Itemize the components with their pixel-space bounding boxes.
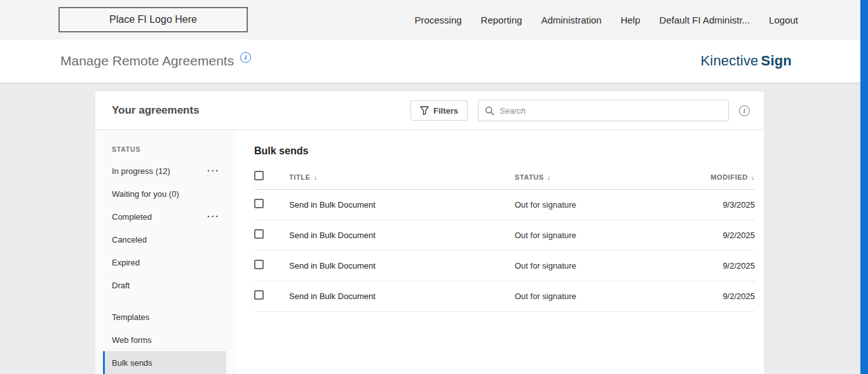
column-header-title[interactable]: TITLE ↓ <box>289 173 515 181</box>
sidebar-item-label: Waiting for you (0) <box>112 189 179 199</box>
brand-logo: KinectiveSign <box>700 53 792 69</box>
filter-funnel-icon <box>420 106 429 115</box>
panel-header: Your agreements Filters <box>95 91 764 130</box>
row-title[interactable]: Send in Bulk Document <box>289 291 515 301</box>
sort-down-icon[interactable]: ↓ <box>547 173 551 181</box>
row-checkbox[interactable] <box>254 199 264 208</box>
row-modified: 9/2/2025 <box>698 261 755 270</box>
sidebar-item-label: In progress (12) <box>112 166 170 176</box>
table-row[interactable]: Send in Bulk Document Out for signature … <box>254 251 755 281</box>
top-nav-item[interactable]: Administration <box>541 15 602 25</box>
page-header: Manage Remote Agreements i KinectiveSign <box>0 39 868 83</box>
row-status: Out for signature <box>515 200 698 210</box>
agreements-panel: Your agreements Filters <box>95 91 764 374</box>
top-nav-item[interactable]: Logout <box>769 15 798 25</box>
row-modified: 9/2/2025 <box>698 291 755 301</box>
sidebar-item-label: Bulk sends <box>112 358 153 368</box>
sidebar-item-label: Templates <box>112 312 149 322</box>
column-header-modified[interactable]: MODIFIED ↓ <box>698 173 755 181</box>
row-checkbox-cell <box>254 290 289 302</box>
brand-product: Sign <box>761 53 792 69</box>
sidebar-item-label: Canceled <box>112 235 147 244</box>
page-title-group: Manage Remote Agreements i <box>60 53 251 69</box>
row-title[interactable]: Send in Bulk Document <box>289 261 515 270</box>
info-icon[interactable]: i <box>240 52 251 63</box>
sidebar-status-item[interactable]: Expired <box>95 251 235 274</box>
row-title[interactable]: Send in Bulk Document <box>289 230 515 240</box>
top-nav-item[interactable]: Reporting <box>481 15 522 25</box>
agreements-sidebar: STATUS In progress (12) ··· Waiting for … <box>95 130 235 374</box>
top-nav-item[interactable]: Processing <box>414 15 461 25</box>
row-modified: 9/3/2025 <box>698 200 755 210</box>
row-checkbox-cell <box>254 260 289 272</box>
sidebar-item-label: Draft <box>112 281 130 290</box>
search-box[interactable] <box>478 100 729 121</box>
row-status: Out for signature <box>515 291 698 301</box>
sidebar-status-item[interactable]: In progress (12) ··· <box>95 159 235 182</box>
table-rows: Send in Bulk Document Out for signature … <box>254 190 755 312</box>
screen: Place FI Logo Here Processing Reporting … <box>0 0 868 374</box>
filters-button[interactable]: Filters <box>410 100 468 121</box>
brand-name: Kinective <box>700 53 758 69</box>
column-header-status[interactable]: STATUS ↓ <box>515 173 698 181</box>
sidebar-item-label: Web forms <box>112 335 152 345</box>
main-area: Your agreements Filters <box>0 83 868 374</box>
table-heading: Bulk sends <box>254 145 755 157</box>
sidebar-item[interactable]: Bulk sends <box>103 351 226 374</box>
top-nav-item[interactable]: Default FI Administr... <box>660 15 750 25</box>
sidebar-status-item[interactable]: Canceled <box>95 228 235 251</box>
top-nav: Processing Reporting Administration Help… <box>414 15 798 25</box>
fi-logo-text: Place FI Logo Here <box>109 14 197 25</box>
sidebar-item-label: Completed <box>112 212 152 222</box>
status-items: In progress (12) ··· Waiting for you (0)… <box>95 159 235 297</box>
column-title-label: TITLE <box>289 173 311 181</box>
column-modified-label: MODIFIED <box>710 173 748 181</box>
row-checkbox[interactable] <box>254 290 264 300</box>
sidebar-status-item[interactable]: Completed ··· <box>95 205 235 228</box>
table-row[interactable]: Send in Bulk Document Out for signature … <box>254 281 755 312</box>
sort-down-icon[interactable]: ↓ <box>751 173 755 181</box>
row-status: Out for signature <box>515 230 698 240</box>
top-bar: Place FI Logo Here Processing Reporting … <box>0 0 868 39</box>
sort-down-icon[interactable]: ↓ <box>314 173 318 181</box>
search-input[interactable] <box>499 106 722 116</box>
table-row[interactable]: Send in Bulk Document Out for signature … <box>254 190 755 220</box>
row-checkbox-cell <box>254 229 289 241</box>
overflow-menu-icon[interactable]: ··· <box>207 166 220 175</box>
page-title: Manage Remote Agreements <box>60 53 234 69</box>
panel-body: STATUS In progress (12) ··· Waiting for … <box>95 130 764 374</box>
row-modified: 9/2/2025 <box>698 230 755 240</box>
overflow-menu-icon[interactable]: ··· <box>207 212 220 221</box>
panel-actions: Filters i <box>410 100 750 121</box>
table-row[interactable]: Send in Bulk Document Out for signature … <box>254 220 755 251</box>
row-checkbox[interactable] <box>254 229 264 239</box>
panel-info-icon[interactable]: i <box>739 105 750 116</box>
table-header-row: TITLE ↓ STATUS ↓ MODIFIED ↓ <box>254 164 755 190</box>
sidebar-item[interactable]: Web forms <box>95 328 235 351</box>
panel-title: Your agreements <box>112 104 200 117</box>
sidebar-item[interactable]: Templates <box>95 305 235 328</box>
other-items: Templates Web forms Bulk sends <box>95 305 235 374</box>
top-nav-item[interactable]: Help <box>621 15 641 25</box>
table-area: Bulk sends TITLE ↓ STATUS ↓ <box>235 130 764 374</box>
select-all-cell <box>254 171 289 183</box>
row-checkbox[interactable] <box>254 260 264 269</box>
row-status: Out for signature <box>515 261 698 270</box>
search-icon <box>485 106 494 116</box>
status-section-label: STATUS <box>95 137 235 159</box>
right-edge-accent <box>860 0 868 374</box>
row-title[interactable]: Send in Bulk Document <box>289 200 515 210</box>
row-checkbox-cell <box>254 199 289 211</box>
sidebar-status-item[interactable]: Waiting for you (0) <box>95 182 235 205</box>
sidebar-item-label: Expired <box>112 258 140 267</box>
select-all-checkbox[interactable] <box>254 171 264 180</box>
sidebar-divider-gap <box>95 297 235 305</box>
filters-label: Filters <box>433 106 458 116</box>
column-status-label: STATUS <box>515 173 544 181</box>
fi-logo-placeholder: Place FI Logo Here <box>58 7 248 32</box>
sidebar-status-item[interactable]: Draft <box>95 274 235 297</box>
